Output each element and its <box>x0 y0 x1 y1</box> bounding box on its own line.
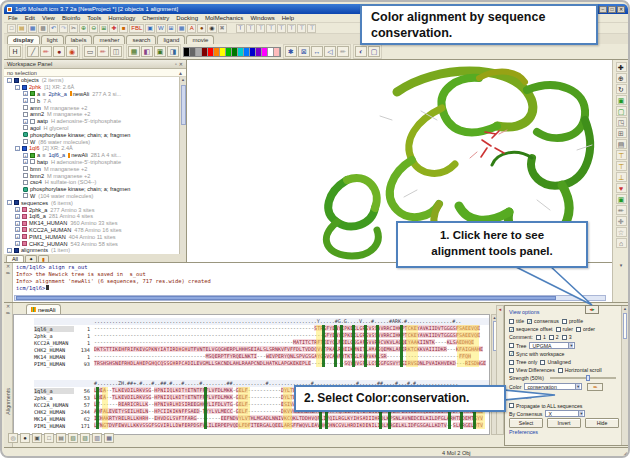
menu-bioinfo[interactable]: Bioinfo <box>62 15 80 21</box>
alignment-row-mk14-human[interactable]: MK14_HUMAN1-----------------------------… <box>34 353 489 360</box>
green-box-icon[interactable]: ▣ <box>616 95 627 105</box>
tower-icon[interactable]: ⊤ <box>266 24 275 33</box>
expand-icon[interactable]: + <box>15 227 20 232</box>
expand-icon[interactable]: + <box>15 214 20 219</box>
undo-icon[interactable]: ↶ <box>49 24 58 33</box>
sequence-name[interactable]: CHK2_HUMAN <box>34 409 74 415</box>
collapse-icon[interactable]: - <box>15 85 20 90</box>
select-button[interactable]: Select <box>509 418 543 428</box>
pin1-icon[interactable]: ⊤ <box>616 150 627 160</box>
cut-icon[interactable]: ✂ <box>69 24 78 33</box>
edit-icon[interactable]: ✏ <box>6 270 10 276</box>
sequence-name[interactable]: CHK2_HUMAN <box>34 347 74 353</box>
save-icon[interactable]: ▦ <box>28 24 38 33</box>
tree-row-mk14-human[interactable]: +MK14_HUMAN360 Amino 33 sites <box>4 220 180 227</box>
alignment-row-pim1-human[interactable]: PIM1_HUMAN93TRSHSHSNEFRHDLAHEPGHQCQSSGHR… <box>34 360 489 367</box>
draw-tool-icon[interactable]: ✏ <box>40 46 52 57</box>
tab-labels[interactable]: labels <box>65 35 93 44</box>
checkbox-profile[interactable]: profile <box>562 318 583 324</box>
label-a-icon[interactable]: A <box>187 24 196 33</box>
strength-slider-thumb[interactable] <box>586 375 590 381</box>
alignment-tools-toggle-button[interactable]: ◂▸ <box>585 305 599 314</box>
pin2-icon[interactable]: ⊤ <box>616 161 627 171</box>
close-icon[interactable]: ✕ <box>6 303 10 309</box>
terminal-horizontal-scrollbar[interactable] <box>14 295 606 301</box>
zoom-fit-icon[interactable]: ⊞ <box>99 24 108 33</box>
menu-file[interactable]: File <box>8 15 18 21</box>
edit-icon[interactable]: ✏ <box>337 46 349 57</box>
grid-icon[interactable]: ⊞ <box>167 24 176 33</box>
redo-icon[interactable]: ↷ <box>59 24 68 33</box>
tower-icon[interactable]: ⊤ <box>287 24 296 33</box>
workspace-panel-header[interactable]: Workspace Panel ▫✕ <box>4 60 186 69</box>
tree-row-2phk[interactable]: -2phk[1] XR: 2.6Å <box>4 84 180 91</box>
view-options-scrollbar[interactable]: ▲ <box>621 306 628 445</box>
tree-row-agol[interactable]: agolH glycerol <box>4 125 180 132</box>
tab-all[interactable]: All <box>6 255 24 262</box>
checkbox-unaligned[interactable]: Unaligned <box>540 359 570 365</box>
cpk-tool-icon[interactable]: ◉ <box>66 46 78 57</box>
layers-icon[interactable]: ▤ <box>616 139 627 149</box>
checkbox-horizontal-scroll[interactable]: Horizontal scroll <box>558 367 602 373</box>
sequence-name[interactable]: 2phk_a <box>34 333 74 339</box>
home-icon[interactable]: ⌂ <box>616 238 627 248</box>
terminal-log[interactable]: icm/1ql6> align rs_outInfo> the Newick t… <box>16 264 211 292</box>
tree-row-batp[interactable]: +batpH adenosine-5'-triphosphate <box>4 159 180 166</box>
tab-paw-icon[interactable]: ✦ <box>25 255 37 262</box>
tower-icon[interactable]: ⊤ <box>277 24 286 33</box>
surface-tool-icon[interactable]: ◫ <box>110 46 122 57</box>
expand-icon[interactable]: + <box>15 221 20 226</box>
expand-icon[interactable]: + <box>23 159 28 164</box>
checkbox-1[interactable]: 1 <box>536 334 546 340</box>
workspace-scrollbar[interactable]: ▲ <box>179 77 186 254</box>
pin-icon[interactable]: ▫ <box>175 61 177 67</box>
checkbox-sequence-offset[interactable]: ✓sequence offset <box>509 326 553 332</box>
checkbox-view-differences[interactable]: View Differences <box>509 367 555 373</box>
zoom-out-icon[interactable]: ⊖ <box>89 24 98 33</box>
tab-light[interactable]: light <box>41 35 64 44</box>
close-icon[interactable]: ✕ <box>179 61 183 67</box>
tree-row-amn2[interactable]: amn2M manganese +2 <box>4 111 180 118</box>
sequence-name[interactable]: 2phk_a <box>34 395 74 401</box>
checkbox-title[interactable]: title <box>509 318 524 324</box>
checkbox-sync-with-workspace[interactable]: ✓Sync with workspace <box>509 351 564 357</box>
line-tool-icon[interactable]: ╱ <box>27 46 39 57</box>
tower-icon[interactable]: ⊤ <box>297 24 306 33</box>
tree-row-w[interactable]: W(104 water molecules) <box>4 193 180 200</box>
alignment-row-2phk-a[interactable]: 2phk_a1---------------------------------… <box>34 332 489 339</box>
alignment-view[interactable]: ........................................… <box>13 314 490 435</box>
sequence-residues[interactable]: TRSHSHSNEFRHDLAHEPGHQCQSSGHRPCADILEVGMLL… <box>94 360 486 367</box>
expand-icon[interactable]: + <box>23 119 28 124</box>
ribbon-tool-icon[interactable]: ✏ <box>97 46 109 57</box>
clip-icon[interactable]: ◳ <box>616 117 627 127</box>
expand-icon[interactable]: + <box>23 153 28 158</box>
tree-row-aatp[interactable]: +aatpH adenosine-5'-triphosphate <box>4 118 180 125</box>
expand-icon[interactable]: + <box>15 241 20 246</box>
tree-row-kcc2a-human[interactable]: +KCC2A_HUMAN478 Amino 16 sites <box>4 227 180 234</box>
minimize-button[interactable]: − <box>599 6 607 13</box>
sequence-name[interactable]: 1ql6_a <box>34 388 74 394</box>
tree-row-bmn2[interactable]: bmn2M manganese +2 <box>4 172 180 179</box>
tab-ligand[interactable]: ligand <box>157 35 185 44</box>
collapse-icon[interactable]: - <box>7 78 12 83</box>
checkbox-order[interactable]: order <box>576 326 595 332</box>
tree-row-objects[interactable]: -objects(2 items) <box>4 77 180 84</box>
zoom-icon[interactable]: ⊕ <box>616 73 627 83</box>
shade-view-icon[interactable]: ▧ <box>68 433 78 443</box>
tree-row-1ql6-a[interactable]: +1ql6_a281 Amino 4 sites <box>4 213 180 220</box>
grid2-icon[interactable]: ⊞ <box>616 128 627 138</box>
checkbox-3[interactable]: 3 <box>562 334 572 340</box>
xstick-icon[interactable]: ▣ <box>154 46 166 57</box>
list-view-icon[interactable]: ▤ <box>56 433 66 443</box>
close-icon[interactable]: ✕ <box>6 263 10 269</box>
invert-button[interactable]: Invert <box>547 418 581 428</box>
center-icon[interactable]: ✚ <box>109 24 118 33</box>
alignment-tools-collapse-strip[interactable]: ◂ <box>496 305 504 435</box>
tree-row-cso4[interactable]: cso4H sulfate-ion (SO4--) <box>4 179 180 186</box>
alignment-row-kcc2a-human[interactable]: KCC2A_HUMAN1----------------------------… <box>34 339 489 346</box>
new-icon[interactable]: □ <box>7 24 16 33</box>
tree-row-a[interactable]: +a≡2phk_anewAli277 A 3 si... <box>4 91 180 98</box>
tree-row-b[interactable]: +b7 A <box>4 97 180 104</box>
target-icon[interactable]: ◉ <box>207 24 216 33</box>
rotate-tool-icon[interactable]: ◁ <box>324 46 336 57</box>
